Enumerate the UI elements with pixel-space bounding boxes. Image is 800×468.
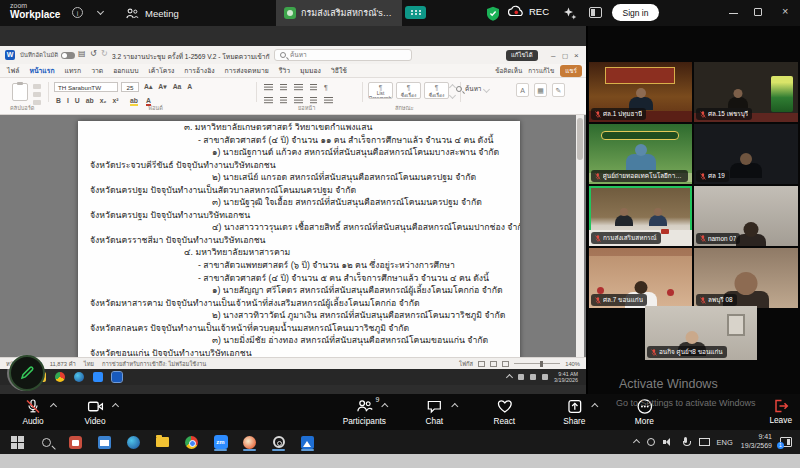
accessibility-status[interactable]: การช่วยสำหรับการเข้าถึง: ไม่พร้อมใช้งาน (102, 359, 206, 369)
word-restore-button[interactable]: ▢ (562, 52, 568, 60)
save-icon[interactable]: ▤ (78, 49, 86, 58)
video-tile[interactable]: ลพบุรี 08 (694, 248, 798, 308)
tray-circle-icon[interactable] (647, 438, 655, 446)
chevron-up-icon[interactable] (50, 403, 57, 410)
taskbar-settings-icon[interactable] (271, 433, 286, 451)
taskbar-start-icon[interactable] (10, 433, 25, 451)
video-tile[interactable]: namon 07 (694, 186, 798, 246)
taskbar-edge-icon[interactable] (126, 433, 141, 451)
addins-button[interactable]: ▦ (534, 83, 547, 97)
document-page[interactable]: ๓. มหาวิทยาลัยเกษตรศาสตร์ วิทยาเขตกำแพงแ… (78, 121, 520, 357)
undo-icon[interactable]: ↺ (90, 49, 97, 58)
list-buttons[interactable]: ¶ (264, 84, 328, 91)
style-scroll-up-icon[interactable] (449, 84, 456, 91)
font-size-tool-icon[interactable]: Aa (173, 83, 182, 91)
word-close-button[interactable]: × (574, 51, 579, 60)
tray-expand-icon[interactable] (633, 438, 640, 445)
chevron-down-icon[interactable] (97, 8, 104, 15)
ribbon-tab[interactable]: การอ้างอิง (184, 65, 214, 76)
web-layout-icon[interactable] (502, 361, 509, 367)
zoom-level[interactable]: 140% (565, 361, 580, 367)
align-buttons[interactable] (264, 97, 333, 104)
view-layout-icon[interactable] (589, 7, 602, 18)
font-format-icon[interactable]: I (67, 97, 69, 104)
read-mode-icon[interactable] (478, 361, 485, 367)
font-format-icon[interactable]: x₂ (100, 97, 107, 104)
notification-icon[interactable]: 1 (780, 437, 792, 447)
chevron-up-icon[interactable] (381, 403, 388, 410)
edge-icon[interactable] (74, 372, 84, 382)
sign-in-button[interactable]: Sign in (612, 4, 659, 21)
editing-mode-badge[interactable]: แก้ไขได้ (506, 50, 538, 61)
language-switcher[interactable]: ENG (717, 438, 733, 447)
video-tile[interactable]: ศูนย์ถ่ายทอดเทคโนโลยีการส... (589, 124, 692, 184)
app-icon[interactable] (93, 372, 103, 382)
style-chip[interactable]: ¶ชื่อเรื่องรอง (424, 82, 449, 99)
control-audio[interactable]: Audio (10, 396, 56, 426)
style-chip[interactable]: ¶ชื่อเรื่อง (396, 82, 421, 99)
taskbar-mail-icon[interactable] (97, 433, 112, 451)
focus-mode-button[interactable]: โฟกัส (459, 359, 473, 369)
close-button[interactable]: × (782, 5, 788, 17)
maximize-button[interactable] (754, 8, 762, 16)
paste-button[interactable] (12, 83, 28, 101)
dictate-button[interactable]: A (516, 83, 529, 97)
ribbon-tab[interactable]: รีวิว (279, 65, 290, 76)
ribbon-tab[interactable]: วิธีใช้ (331, 65, 347, 76)
font-format-icon[interactable]: U (75, 97, 80, 104)
taskbar-photos-icon[interactable] (300, 433, 315, 451)
tab-meeting[interactable]: Meeting (126, 0, 179, 26)
tray-expand-icon[interactable] (506, 373, 513, 380)
word-search-box[interactable]: ค้นหา (274, 49, 412, 61)
screen-share-indicator[interactable] (405, 6, 426, 19)
print-layout-icon[interactable] (490, 361, 497, 367)
ribbon-tab[interactable]: แทรก (65, 65, 82, 76)
font-color-icon[interactable]: A (146, 97, 151, 104)
word-minimize-button[interactable]: – (551, 51, 555, 60)
ribbon-tab[interactable]: ไฟล์ (7, 65, 19, 76)
style-chip[interactable]: ¶List Paragraph1 (368, 82, 393, 99)
font-size-tool-icon[interactable]: A▴ (144, 83, 152, 91)
share-document-button[interactable]: แชร์ (560, 65, 582, 77)
chevron-up-icon[interactable] (451, 403, 458, 410)
ribbon-tab[interactable]: ออกแบบ (113, 65, 138, 76)
language-indicator[interactable]: ไทย (84, 359, 94, 369)
control-video[interactable]: Video (72, 396, 118, 426)
taskbar-chrome-icon[interactable] (184, 433, 199, 451)
taskbar-store-icon[interactable] (68, 433, 83, 451)
chevron-up-icon[interactable] (591, 403, 598, 410)
find-button[interactable]: ค้นหา (456, 84, 489, 94)
leave-button[interactable]: Leave (769, 396, 792, 425)
microphone-icon[interactable] (681, 437, 691, 447)
video-tile[interactable]: อนกิจ ศูนย์ฯ8 ขอนแก่น (645, 306, 757, 360)
tray-icon[interactable] (530, 374, 536, 380)
video-tile[interactable]: ศล.15 เพชรบุรี (694, 62, 798, 122)
font-format-icon[interactable]: B (56, 97, 61, 104)
ribbon-tab[interactable]: วาด (91, 65, 103, 76)
control-share[interactable]: Share (551, 396, 597, 426)
chevron-up-icon[interactable] (112, 403, 119, 410)
chrome-icon[interactable] (55, 372, 65, 382)
ribbon-tab[interactable]: การส่งจดหมาย (225, 65, 269, 76)
video-tile[interactable]: ศล.1 ปทุมธานี (589, 62, 692, 122)
font-format-icon[interactable]: ab (86, 97, 94, 104)
control-participants[interactable]: 9Participants (341, 396, 387, 426)
tray-icon[interactable] (542, 374, 548, 380)
ai-companion-icon[interactable] (563, 6, 577, 20)
control-chat[interactable]: Chat (411, 396, 457, 426)
font-size-tool-icon[interactable]: A▾ (158, 83, 166, 91)
taskbar-search-icon[interactable] (39, 433, 54, 451)
video-tile[interactable]: กรมส่งเสริมสหกรณ์ (589, 186, 692, 246)
speaker-icon[interactable] (663, 437, 673, 447)
info-icon[interactable]: i (72, 7, 83, 18)
scrollbar-thumb[interactable] (577, 118, 583, 160)
display-icon[interactable] (699, 437, 709, 447)
comments-button[interactable]: ข้อคิดเห็น (495, 66, 522, 76)
video-tile[interactable]: ศล 19 (694, 124, 798, 184)
video-tile[interactable]: ศล.7 ขอนแก่น (589, 248, 692, 308)
document-area[interactable]: ๓. มหาวิทยาลัยเกษตรศาสตร์ วิทยาเขตกำแพงแ… (0, 115, 586, 357)
editing-mode-button[interactable]: การแก้ไข (528, 66, 554, 76)
word-taskbar-icon[interactable] (112, 372, 122, 382)
font-size-select[interactable]: 25 (121, 82, 139, 92)
tray-icon[interactable] (518, 374, 524, 380)
